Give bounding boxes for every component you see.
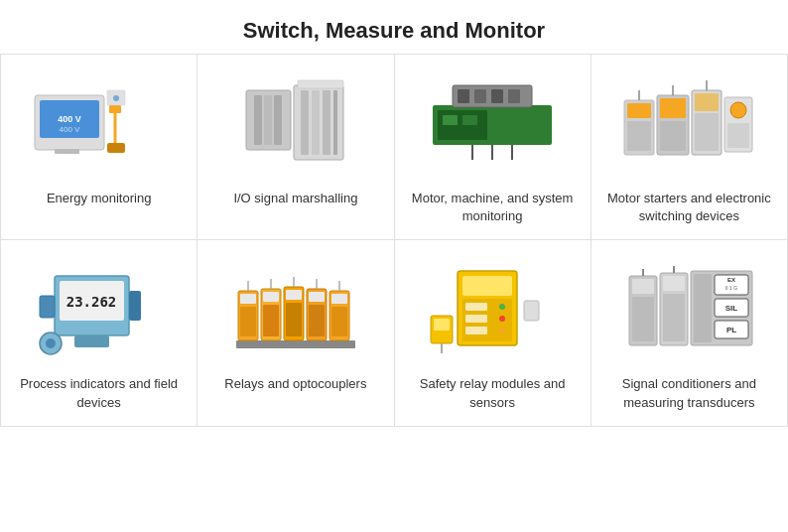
energy-monitoring-image: 400 V 400 V bbox=[25, 70, 174, 180]
svg-rect-43 bbox=[727, 123, 749, 148]
relays-image bbox=[221, 256, 370, 365]
svg-rect-11 bbox=[254, 95, 262, 145]
motor-starters-image bbox=[614, 70, 763, 180]
svg-rect-94 bbox=[663, 276, 685, 291]
motor-starters-label: Motor starters and electronic switching … bbox=[601, 190, 777, 225]
svg-rect-40 bbox=[695, 113, 719, 151]
svg-rect-25 bbox=[458, 89, 469, 103]
svg-rect-64 bbox=[286, 303, 302, 336]
svg-rect-39 bbox=[695, 93, 719, 111]
svg-rect-34 bbox=[627, 121, 651, 151]
svg-rect-6 bbox=[107, 143, 125, 153]
svg-rect-51 bbox=[74, 335, 109, 347]
grid-item-motor-starters[interactable]: Motor starters and electronic switching … bbox=[591, 55, 788, 240]
svg-text:23.262: 23.262 bbox=[66, 294, 116, 310]
svg-text:PL: PL bbox=[726, 326, 736, 334]
svg-rect-58 bbox=[240, 307, 256, 336]
svg-rect-4 bbox=[109, 105, 121, 113]
signal-conditioners-image: EX II 1 G SIL PL bbox=[614, 256, 763, 365]
page-title: Switch, Measure and Monitor bbox=[0, 0, 788, 54]
svg-rect-37 bbox=[660, 121, 686, 151]
motor-machine-label: Motor, machine, and system monitoring bbox=[405, 190, 581, 225]
svg-rect-33 bbox=[627, 103, 651, 118]
svg-point-8 bbox=[113, 95, 119, 101]
svg-rect-54 bbox=[129, 291, 141, 321]
io-signal-image bbox=[221, 70, 370, 180]
svg-point-84 bbox=[499, 328, 505, 333]
motor-machine-image bbox=[418, 70, 567, 180]
svg-rect-79 bbox=[465, 303, 487, 311]
svg-rect-70 bbox=[331, 307, 347, 336]
relays-label: Relays and optocouplers bbox=[224, 375, 366, 393]
grid-item-process-indicators[interactable]: 23.262 Process indicators and field devi… bbox=[1, 240, 197, 426]
svg-rect-69 bbox=[331, 294, 347, 304]
svg-text:400 V: 400 V bbox=[59, 125, 80, 134]
svg-rect-67 bbox=[309, 305, 325, 336]
svg-text:II 1 G: II 1 G bbox=[725, 285, 737, 291]
svg-rect-55 bbox=[236, 340, 355, 348]
svg-rect-17 bbox=[323, 90, 330, 155]
safety-relay-image bbox=[418, 256, 567, 365]
process-indicators-label: Process indicators and field devices bbox=[11, 375, 187, 411]
io-signal-label: I/O signal marshalling bbox=[233, 190, 357, 207]
svg-rect-36 bbox=[660, 98, 686, 118]
svg-rect-77 bbox=[462, 276, 512, 296]
svg-rect-90 bbox=[632, 279, 654, 294]
svg-rect-95 bbox=[663, 294, 685, 341]
process-indicators-image: 23.262 bbox=[25, 256, 174, 365]
svg-rect-13 bbox=[274, 95, 282, 145]
grid-item-motor-machine[interactable]: Motor, machine, and system monitoring bbox=[395, 55, 591, 240]
svg-point-82 bbox=[499, 304, 505, 310]
svg-rect-61 bbox=[263, 305, 279, 336]
svg-rect-12 bbox=[264, 95, 272, 145]
grid-item-safety-relay[interactable]: Safety relay modules and sensors bbox=[395, 240, 591, 426]
svg-rect-57 bbox=[240, 294, 256, 304]
svg-point-42 bbox=[730, 102, 746, 118]
svg-rect-63 bbox=[286, 290, 302, 300]
svg-rect-86 bbox=[434, 319, 450, 331]
svg-text:SIL: SIL bbox=[725, 304, 738, 313]
svg-point-53 bbox=[46, 338, 56, 348]
svg-rect-50 bbox=[40, 296, 55, 318]
svg-rect-60 bbox=[263, 292, 279, 302]
svg-rect-18 bbox=[333, 90, 337, 155]
grid-item-energy-monitoring[interactable]: 400 V 400 V Energy monitoring bbox=[1, 55, 197, 240]
svg-rect-26 bbox=[474, 89, 486, 103]
svg-rect-22 bbox=[443, 115, 458, 125]
svg-rect-27 bbox=[491, 89, 503, 103]
safety-relay-label: Safety relay modules and sensors bbox=[405, 375, 581, 411]
svg-rect-87 bbox=[524, 301, 539, 321]
svg-rect-28 bbox=[508, 89, 520, 103]
svg-rect-9 bbox=[55, 149, 79, 154]
svg-text:400 V: 400 V bbox=[58, 114, 81, 124]
svg-rect-23 bbox=[462, 115, 477, 125]
svg-text:EX: EX bbox=[727, 277, 735, 283]
grid-item-signal-conditioners[interactable]: EX II 1 G SIL PL Signal conditioners and… bbox=[591, 240, 788, 426]
svg-rect-105 bbox=[694, 274, 712, 342]
grid-item-io-signal[interactable]: I/O signal marshalling bbox=[197, 55, 394, 240]
svg-rect-16 bbox=[312, 90, 320, 155]
product-grid: 400 V 400 V Energy monitoring bbox=[0, 54, 788, 427]
svg-rect-19 bbox=[298, 80, 343, 88]
svg-rect-15 bbox=[301, 90, 309, 155]
svg-rect-91 bbox=[632, 297, 654, 341]
svg-rect-80 bbox=[465, 315, 487, 323]
energy-monitoring-label: Energy monitoring bbox=[47, 190, 152, 207]
svg-rect-81 bbox=[465, 327, 487, 334]
grid-item-relays[interactable]: Relays and optocouplers bbox=[197, 240, 394, 426]
svg-point-83 bbox=[499, 316, 505, 322]
signal-conditioners-label: Signal conditioners and measuring transd… bbox=[601, 375, 777, 411]
svg-rect-66 bbox=[309, 292, 325, 302]
